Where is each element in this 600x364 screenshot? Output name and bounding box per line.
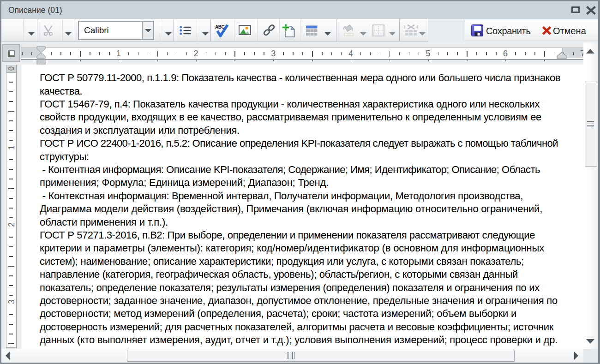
svg-text:ABC: ABC [215,24,224,30]
